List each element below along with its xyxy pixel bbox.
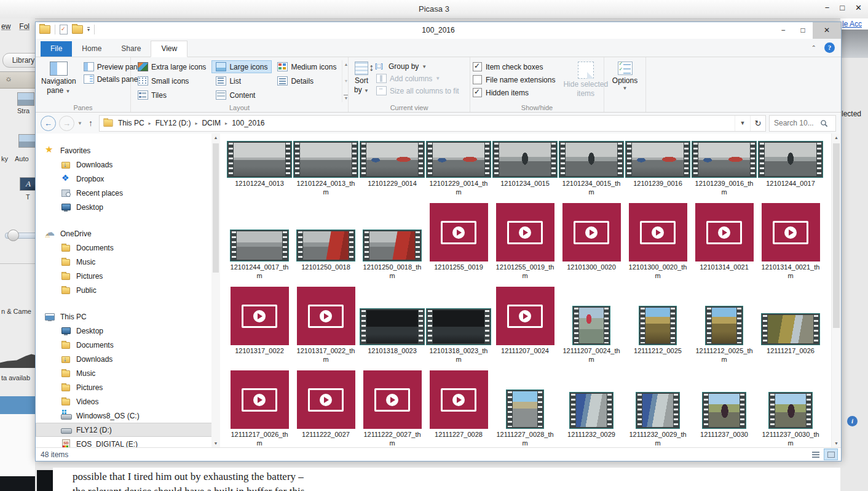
file-item[interactable]: 12101239_0016_thm [691, 140, 757, 198]
file-item[interactable]: 12111212_0025_thm [691, 285, 757, 365]
layout-option-large-icons[interactable]: Large icons [211, 60, 272, 73]
picasa-thumbnail[interactable] [17, 92, 34, 106]
picasa-maximize-icon[interactable]: □ [840, 3, 845, 12]
sidebar-item-desktop[interactable]: Desktop [36, 324, 220, 338]
minimize-icon[interactable]: − [773, 22, 793, 39]
scrollbar-thumb[interactable] [833, 143, 840, 328]
sidebar-item-music[interactable]: Music [36, 366, 220, 380]
sort-by-button[interactable]: Sort by ▼ [351, 60, 372, 102]
previous-locations-icon[interactable]: ▼ [735, 116, 750, 131]
file-item[interactable]: 12101300_0020_thm [625, 202, 691, 282]
options-button[interactable]: Options ▼ [607, 60, 643, 93]
sidebar-item-onedrive[interactable]: OneDrive [36, 226, 220, 241]
file-item[interactable]: 12101318_0023 [359, 285, 425, 365]
checkbox-item-check-boxes[interactable]: Item check boxes [473, 62, 555, 71]
file-item[interactable]: 12111217_0026 [757, 285, 824, 365]
scrollbar-thumb[interactable] [213, 143, 219, 273]
recent-locations-icon[interactable]: ▼ [77, 121, 82, 126]
breadcrumb-item-fly12-d[interactable]: FLY12 (D:) [151, 119, 195, 127]
picasa-library-button[interactable]: Library [2, 53, 35, 68]
file-item[interactable]: 12101250_0018_thm [359, 202, 425, 282]
file-item[interactable]: 12101317_0022 [226, 285, 293, 365]
file-item[interactable]: 12111232_0029 [558, 369, 625, 447]
picasa-zoom-slider-knob[interactable] [7, 230, 19, 241]
account-link-fragment[interactable]: le Acc [842, 20, 862, 28]
file-item[interactable]: 12101317_0022_thm [293, 285, 359, 365]
group-by-button[interactable]: Group by ▼ [374, 62, 461, 71]
file-item[interactable]: 12101229_0014 [359, 140, 425, 198]
tab-home[interactable]: Home [72, 41, 111, 57]
picasa-menu-fragment[interactable]: Fol [19, 22, 30, 31]
up-button[interactable]: ↑ [89, 118, 93, 128]
sidebar-item-windows8-os-c[interactable]: Windows8_OS (C:) [36, 409, 220, 423]
close-icon[interactable]: ✕ [813, 22, 841, 39]
file-item[interactable]: 12111212_0025 [625, 285, 691, 365]
search-box[interactable] [769, 115, 836, 132]
sidebar-item-this-pc[interactable]: This PC [36, 309, 220, 324]
thumbnails-view-button[interactable] [824, 449, 838, 460]
file-item[interactable]: 12101224_0013 [226, 140, 293, 198]
scroll-down-icon[interactable]: ▼ [211, 441, 220, 445]
layout-option-extra-large-icons[interactable]: Extra large icons [133, 60, 210, 73]
checkbox-icon[interactable] [473, 62, 482, 71]
file-item[interactable]: 12101234_0015_thm [558, 140, 625, 198]
checkbox-icon[interactable] [473, 88, 482, 97]
refresh-icon[interactable]: ↻ [750, 116, 765, 131]
scroll-down-icon[interactable]: ▼ [832, 441, 841, 445]
file-item[interactable]: 12111237_0030 [691, 369, 757, 447]
help-icon[interactable]: ? [824, 42, 835, 53]
file-item[interactable]: 12101318_0023_thm [425, 285, 492, 365]
sidebar-item-fly12-d[interactable]: FLY12 (D:) [36, 423, 220, 437]
sidebar-item-recent-places[interactable]: Recent places [36, 186, 220, 200]
sidebar-item-pictures[interactable]: Pictures [36, 380, 220, 394]
file-item[interactable]: 12101239_0016 [625, 140, 691, 198]
file-item[interactable]: 12101314_0021_thm [757, 202, 824, 282]
add-columns-button[interactable]: Add columns ▼ [374, 73, 461, 84]
layout-option-medium-icons[interactable]: Medium icons [273, 60, 341, 73]
hide-selected-items-button[interactable]: Hide selected items [560, 60, 611, 102]
scroll-down-icon[interactable]: ▼ [344, 79, 348, 83]
tab-file[interactable]: File [41, 41, 72, 57]
file-item[interactable]: 12111237_0030_thm [757, 369, 824, 447]
picasa-thumbnail[interactable]: A [20, 177, 35, 191]
sidebar-item-favorites[interactable]: Favorites [36, 143, 220, 158]
picasa-menu-fragment[interactable]: ew [1, 22, 10, 31]
sidebar-scrollbar[interactable]: ▲ ▼ [211, 134, 220, 447]
sidebar-item-documents[interactable]: Documents [36, 338, 220, 352]
layout-option-content[interactable]: Content [211, 89, 272, 102]
file-item[interactable]: 12101244_0017_thm [226, 202, 293, 282]
layout-option-list[interactable]: List [211, 74, 272, 87]
picasa-thumbnail[interactable] [18, 134, 35, 148]
forward-button[interactable]: → [59, 116, 74, 131]
checkbox-file-name-extensions[interactable]: File name extensions [473, 75, 555, 84]
navigation-pane-button[interactable]: Navigation pane ▼ [38, 60, 79, 102]
file-item[interactable]: 12111227_0028_thm [492, 369, 558, 447]
back-button[interactable]: ← [41, 116, 56, 131]
breadcrumb-item-100-2016[interactable]: 100_2016 [227, 119, 269, 127]
file-item[interactable]: 12111232_0029_thm [625, 369, 691, 447]
size-columns-button[interactable]: Size all columns to fit [374, 86, 461, 96]
file-item[interactable]: 12101234_0015 [492, 140, 558, 198]
sidebar-item-documents[interactable]: Documents [36, 241, 220, 255]
file-item[interactable]: 12101250_0018 [293, 202, 359, 282]
minimize-ribbon-icon[interactable]: ⌃ [811, 44, 816, 51]
scroll-up-icon[interactable]: ▲ [211, 135, 220, 140]
file-item[interactable]: 12111222_0027_thm [359, 369, 425, 447]
sidebar-item-public[interactable]: Public [36, 283, 220, 297]
layout-option-details[interactable]: Details [273, 74, 341, 87]
picasa-minimize-icon[interactable]: − [825, 3, 830, 12]
sidebar-item-eos-digital-e[interactable]: EOS_DIGITAL (E:) [36, 437, 220, 447]
picasa-filter-icon[interactable]: ☼ [5, 74, 12, 83]
info-icon[interactable]: i [847, 416, 858, 426]
file-item[interactable]: 12111217_0026_thm [226, 369, 293, 447]
scroll-up-icon[interactable]: ▲ [344, 62, 348, 66]
breadcrumb-item-this-pc[interactable]: This PC [114, 119, 149, 127]
sidebar-item-pictures[interactable]: Pictures [36, 269, 220, 283]
search-input[interactable] [773, 118, 818, 128]
layout-option-small-icons[interactable]: Small icons [133, 74, 210, 87]
file-item[interactable]: 12101244_0017 [757, 140, 824, 198]
more-options-icon[interactable]: ▼ [344, 95, 348, 100]
file-item[interactable]: 12101229_0014_thm [425, 140, 492, 198]
checkbox-icon[interactable] [473, 75, 482, 84]
files-scrollbar[interactable]: ▲ ▼ [831, 134, 841, 447]
